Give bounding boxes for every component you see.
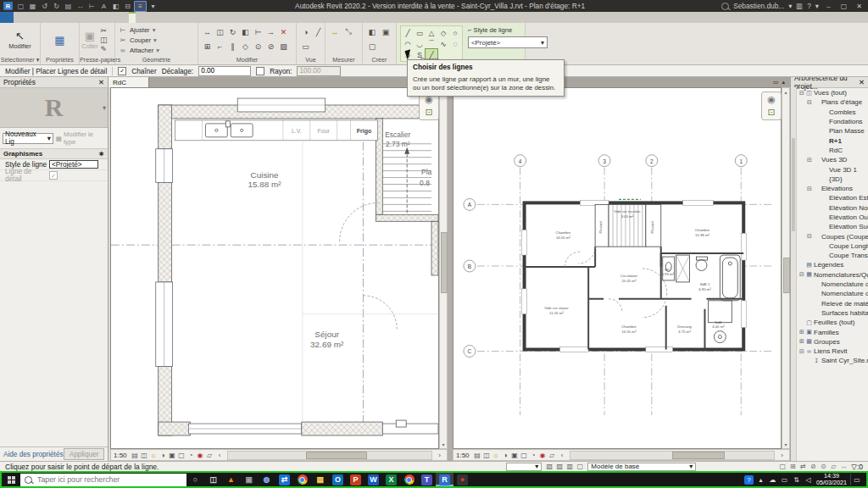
right-horizontal-scrollbar[interactable] (570, 451, 775, 460)
start-end-radius-arc-icon[interactable]: ◠ (402, 38, 414, 49)
offset-tool-icon[interactable]: → (264, 25, 277, 39)
open-icon[interactable]: ▢ (15, 2, 26, 11)
help-tray-icon[interactable]: ? (744, 475, 754, 485)
thin-lines-tool-icon[interactable]: ╱ (312, 25, 325, 39)
search-input[interactable] (36, 474, 164, 485)
ribbon-tab[interactable] (14, 12, 20, 23)
show-crop-region-icon[interactable]: ▢ (520, 452, 529, 459)
line-tool-icon[interactable]: ╱ (402, 27, 414, 38)
taskbar-search[interactable] (20, 474, 186, 486)
apply-button[interactable]: Appliquer (64, 448, 104, 460)
cut-icon[interactable]: ✂ (100, 25, 108, 35)
worksharing-icon[interactable]: ▧ (544, 463, 554, 470)
scroll-down-icon[interactable]: ▾ (440, 441, 447, 447)
network-icon[interactable]: ⇅ (792, 475, 801, 485)
user-menu-chevron-icon[interactable]: ▾ (788, 2, 792, 10)
task-view-icon[interactable]: ◫ (204, 473, 222, 486)
exclude-options-icon[interactable]: ▢ (777, 463, 787, 470)
line-style-select[interactable]: <Projeté>▾ (468, 36, 548, 48)
create-group-icon[interactable]: ◧ (365, 25, 379, 39)
chain-checkbox[interactable]: ✓ (118, 67, 126, 75)
detail-group-icon[interactable]: ▢ (365, 39, 379, 53)
browser-scrollbar[interactable] (791, 87, 797, 461)
ribbon-tab[interactable] (115, 12, 122, 23)
tree-item[interactable]: ⊟ Coupes (Coupe du bâ... (797, 231, 868, 241)
print-icon[interactable]: ▤ (63, 2, 74, 11)
delete-tool-icon[interactable]: ✕ (277, 25, 290, 39)
rotate-tool-icon[interactable]: ↻ (226, 25, 239, 39)
modify-button[interactable]: ↖ Modifier (0, 23, 40, 57)
section-pin-icon[interactable]: ∗ (98, 150, 104, 158)
tree-expander-icon[interactable]: ⊟ (798, 271, 805, 278)
tree-expander-icon[interactable]: ⊟ (798, 348, 805, 355)
thin-lines-icon[interactable]: ≡ (134, 1, 147, 12)
sun-path-icon[interactable]: ☼ (492, 452, 501, 459)
tree-expander-icon[interactable]: ⊞ (798, 329, 805, 336)
default-3d-view-icon[interactable]: ◧ (110, 2, 121, 11)
select-links-icon[interactable]: ⊘ (808, 463, 818, 470)
unpin-tool-icon[interactable]: ⊘ (264, 39, 277, 53)
tree-item[interactable]: Elévation Ouest (797, 213, 868, 222)
ribbon-tab[interactable] (54, 12, 61, 23)
copy-tool-icon[interactable]: ◫ (214, 25, 226, 39)
drag-on-selection-icon[interactable]: ↔ (838, 463, 849, 470)
editable-only-icon[interactable]: ▨ (554, 463, 565, 470)
tree-item[interactable]: Coupe Transversal... (797, 251, 868, 260)
tree-expander-icon[interactable]: ⊟ (806, 186, 813, 192)
properties-help-link[interactable]: Aide des propriétés (3, 451, 64, 458)
background-processes-icon[interactable]: ⇄ (798, 463, 808, 470)
tree-item[interactable]: Surfaces habitables (797, 308, 868, 318)
tree-item[interactable]: Relevé de matériaux r... (797, 299, 868, 308)
show-crop-region-icon[interactable]: ▢ (177, 452, 186, 459)
shadows-icon[interactable]: ◑ (159, 452, 168, 459)
measure-along-element-icon[interactable]: ⤡ (342, 25, 355, 39)
sun-path-icon[interactable]: ☼ (149, 452, 159, 459)
minimize-button[interactable]: – (823, 3, 834, 10)
tree-item[interactable]: ⊟ ▦ Nomenclatures/Quant... (797, 270, 868, 280)
ellipse-tool-icon[interactable]: ◌ (449, 38, 461, 49)
tree-item[interactable]: ⊟ ◫ Vues (tout) (797, 88, 868, 97)
start-button[interactable] (2, 473, 20, 486)
match-icon[interactable]: ✎ (100, 44, 108, 53)
array-tool-icon[interactable]: ⊞ (201, 39, 214, 53)
zoom-region-icon[interactable]: ⊡ (425, 108, 432, 117)
detail-level-icon[interactable]: ▤ (131, 452, 140, 459)
tree-item[interactable]: Nomenclature des fe... (797, 280, 868, 289)
tree-item[interactable]: ⊞ ▣ Familles (797, 327, 868, 336)
powerpoint-icon[interactable]: P (347, 473, 364, 486)
zoom-region-icon[interactable]: ⊡ (767, 108, 775, 117)
match-type-tool-icon[interactable]: ▨ (277, 39, 290, 53)
reveal-hidden-icon[interactable]: ◉ (196, 452, 205, 459)
tree-item[interactable]: Nomenclature des po... (797, 289, 868, 298)
steering-wheel-icon[interactable]: ◉ (767, 95, 776, 104)
ribbon-tab[interactable] (136, 12, 142, 23)
ribbon-tab[interactable] (102, 12, 108, 23)
tree-item[interactable]: ⊟ Plans d'étage (797, 97, 868, 107)
split-tool-icon[interactable]: ∥ (226, 39, 239, 53)
reveal-hidden-icon[interactable]: ◉ (538, 452, 548, 459)
temporary-hide-icon[interactable]: ◔ (186, 452, 196, 459)
r1-plan-canvas[interactable]: 4 3 2 1 A B C (453, 87, 782, 449)
line-style-value-field[interactable]: <Projeté> (49, 160, 98, 169)
chrome-icon[interactable] (293, 473, 311, 486)
teamviewer-icon[interactable]: ⇄ (275, 473, 293, 486)
offset-input[interactable] (198, 66, 251, 76)
join-geometry-button[interactable]: ∞Attacher▾ (119, 46, 194, 55)
active-workset-select[interactable]: ▾ (506, 463, 542, 471)
hscroll-left-icon[interactable]: ‹ (558, 452, 567, 459)
cortana-icon[interactable]: ○ (186, 473, 204, 486)
ribbon-tab[interactable] (88, 12, 95, 23)
tree-expander-icon[interactable]: ⊞ (798, 338, 805, 345)
shadows-icon[interactable]: ◑ (501, 452, 510, 459)
tree-item[interactable]: Coupe Longitudin... (797, 241, 868, 251)
app-store-cart-icon[interactable]: ▥ (796, 2, 803, 10)
rectangle-tool-icon[interactable]: ▭ (414, 27, 426, 38)
volume-icon[interactable]: ◁ (804, 475, 813, 485)
preview-chevron-icon[interactable]: ▾ (103, 103, 106, 112)
text-icon[interactable]: A (98, 2, 109, 11)
copy-icon[interactable]: ◫ (100, 35, 108, 44)
rdc-plan-canvas[interactable]: Cuisine 15.88 m² Séjour 32.69 m² Escalie… (110, 87, 439, 449)
display-icon[interactable]: ▭ (780, 475, 789, 485)
hscroll-right-icon[interactable]: › (777, 452, 787, 459)
properties-close-icon[interactable]: ✕ (98, 78, 104, 86)
